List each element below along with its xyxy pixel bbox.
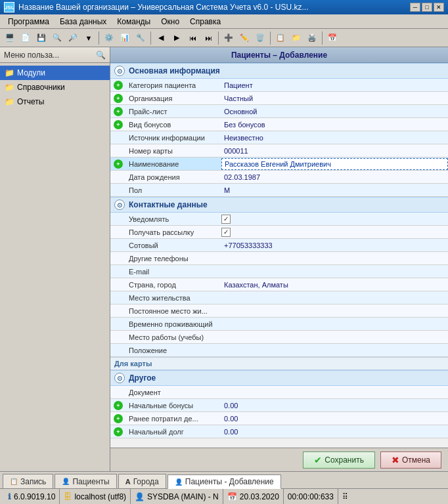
toolbar-btn-19[interactable]: 📅: [325, 31, 340, 45]
cancel-button[interactable]: ✖ Отмена: [380, 452, 441, 469]
section-basic-info-toggle[interactable]: ⊙: [114, 66, 125, 76]
field-value-notify[interactable]: ✓: [221, 215, 231, 224]
field-row-document: Документ: [110, 386, 448, 399]
field-row-bonuses: + Вид бонусов Без бонусов: [110, 118, 448, 131]
toolbar-btn-6[interactable]: ⚙️: [102, 31, 116, 45]
status-db-text: localhost (utf8): [74, 492, 126, 501]
menu-program[interactable]: Программа: [3, 16, 55, 28]
field-row-gender: Пол М: [110, 184, 448, 197]
field-value-cardnum: 000011: [221, 146, 448, 156]
sidebar-tree: 📁 Модули 📁 Справочники 📁 Отчеты: [0, 63, 110, 471]
field-label-position: Положение: [126, 345, 221, 356]
sidebar-item-modules[interactable]: 📁 Модули: [0, 66, 110, 80]
menu-help[interactable]: Справка: [185, 16, 226, 28]
field-value-organization: Частный: [221, 93, 448, 104]
tab-record[interactable]: 📋 Запись: [3, 474, 53, 488]
tab-patients-add[interactable]: 👤 Пациенты - Добавление: [168, 474, 281, 489]
info-icon: ℹ: [8, 492, 11, 501]
field-value-pricelist: Основной: [221, 106, 448, 117]
folder-icon-handbooks: 📁: [4, 82, 14, 93]
toolbar-sep-1: [99, 32, 99, 45]
title-bar: USU Название Вашей организации – Универс…: [0, 0, 448, 14]
action-buttons: ✔ Сохранить ✖ Отмена: [110, 448, 448, 471]
toolbar-btn-4[interactable]: 🔍: [50, 31, 64, 45]
field-value-name[interactable]: Рассказов Евгений Дмитриевич: [221, 158, 448, 170]
toolbar-sep-2: [150, 32, 151, 45]
toolbar-btn-13[interactable]: ➕: [221, 31, 236, 45]
toolbar-btn-5[interactable]: 🔎: [66, 31, 80, 45]
menu-database[interactable]: База данных: [55, 16, 112, 28]
field-label-workplace: Место работы (учебы): [126, 332, 221, 343]
field-row-email: E-mail: [110, 265, 448, 278]
folder-icon-modules: 📁: [4, 68, 14, 78]
toolbar-btn-18[interactable]: 🖨️: [305, 31, 319, 45]
content-header: Пациенты – Добавление: [110, 47, 448, 63]
field-label-name: Наименование: [126, 159, 221, 169]
menu-window[interactable]: Окно: [156, 16, 185, 28]
green-icon-org: +: [114, 94, 123, 103]
toolbar-btn-9[interactable]: ◀: [154, 31, 168, 45]
field-row-spent: + Ранее потратил де... 0.00: [110, 412, 448, 425]
toolbar-btn-2[interactable]: 📄: [18, 31, 33, 45]
section-contacts-toggle[interactable]: ⊙: [114, 200, 125, 210]
field-label-organization: Организация: [126, 93, 221, 104]
tab-patients[interactable]: 👤 Пациенты: [55, 474, 116, 488]
toolbar: 🖥️ 📄 💾 🔍 🔎 ▼ ⚙️ 📊 🔧 ◀ ▶ ⏮ ⏭ ➕ ✏️ 🗑️ 📋 📁 …: [0, 29, 448, 47]
section-forcard-title: Для карты: [114, 360, 152, 368]
field-value-spent: 0.00: [221, 413, 448, 424]
sidebar-header: Меню польза... 🔍: [0, 47, 110, 63]
toolbar-btn-12[interactable]: ⏭: [201, 31, 215, 45]
field-label-spent: Ранее потратил де...: [126, 413, 221, 424]
toolbar-btn-16[interactable]: 📋: [273, 31, 288, 45]
status-bar: ℹ 6.0.9019.10 🗄 localhost (utf8) 👤 SYSDB…: [0, 488, 448, 504]
minimize-button[interactable]: ─: [410, 3, 420, 12]
maximize-button[interactable]: □: [422, 3, 432, 12]
toolbar-btn-3[interactable]: 💾: [34, 31, 49, 45]
field-label-document: Документ: [126, 387, 221, 398]
field-value-source: Неизвестно: [221, 133, 448, 143]
field-row-birthdate: Дата рождения 02.03.1987: [110, 171, 448, 184]
toolbar-btn-7[interactable]: 📊: [118, 31, 132, 45]
green-icon-bonus: +: [114, 120, 123, 129]
field-label-birthdate: Дата рождения: [126, 172, 221, 182]
green-icon-debt: +: [114, 427, 123, 436]
status-resize: ⠿: [338, 489, 352, 504]
field-row-organization: + Организация Частный: [110, 92, 448, 105]
sidebar-item-handbooks[interactable]: 📁 Справочники: [0, 80, 110, 94]
tab-cities[interactable]: A Города: [118, 474, 166, 488]
toolbar-btn-11[interactable]: ⏮: [185, 31, 200, 45]
save-button[interactable]: ✔ Сохранить: [303, 452, 375, 469]
toolbar-btn-15[interactable]: 🗑️: [253, 31, 267, 45]
toolbar-btn-8[interactable]: 🔧: [133, 31, 148, 45]
field-value-bonuses: Без бонусов: [221, 119, 448, 130]
status-info-icon: ℹ 6.0.9019.10: [4, 489, 60, 504]
section-other-toggle[interactable]: ⊙: [114, 373, 125, 383]
toolbar-btn-filter[interactable]: ▼: [81, 31, 96, 45]
toolbar-sep-3: [218, 32, 219, 45]
toolbar-btn-10[interactable]: ▶: [169, 31, 184, 45]
toolbar-btn-1[interactable]: 🖥️: [3, 31, 17, 45]
field-value-newsletter[interactable]: ✓: [221, 228, 231, 237]
tab-icon-patients: 👤: [62, 478, 70, 485]
status-user: 👤 SYSDBA (MAIN) - N: [131, 489, 223, 504]
close-button[interactable]: ✕: [434, 3, 444, 12]
toolbar-btn-17[interactable]: 📁: [289, 31, 303, 45]
section-basic-info-header: ⊙ Основная информация: [110, 63, 448, 79]
field-row-permanent: Постоянное место жи...: [110, 304, 448, 318]
field-row-city: Страна, город Казахстан, Алматы: [110, 278, 448, 291]
field-value-city: Казахстан, Алматы: [221, 280, 448, 290]
sidebar-item-reports[interactable]: 📁 Отчеты: [0, 94, 110, 109]
main-layout: Меню польза... 🔍 📁 Модули 📁 Справочники …: [0, 47, 448, 471]
status-version: 6.0.9019.10: [14, 492, 55, 501]
field-label-mobile: Сотовый: [126, 240, 221, 251]
section-other-header: ⊙ Другое: [110, 370, 448, 386]
field-label-source: Источник информации: [126, 133, 221, 143]
field-value-gender: М: [221, 185, 448, 196]
sidebar-search-icon[interactable]: 🔍: [96, 51, 106, 60]
green-icon-spent: +: [114, 414, 123, 423]
field-row-initial-bonuses: + Начальные бонусы 0.00: [110, 399, 448, 412]
menu-commands[interactable]: Команды: [112, 16, 156, 28]
form-area: ⊙ Основная информация + Категория пациен…: [110, 63, 448, 448]
toolbar-btn-14[interactable]: ✏️: [237, 31, 252, 45]
status-date: 📅 20.03.2020: [223, 489, 284, 504]
